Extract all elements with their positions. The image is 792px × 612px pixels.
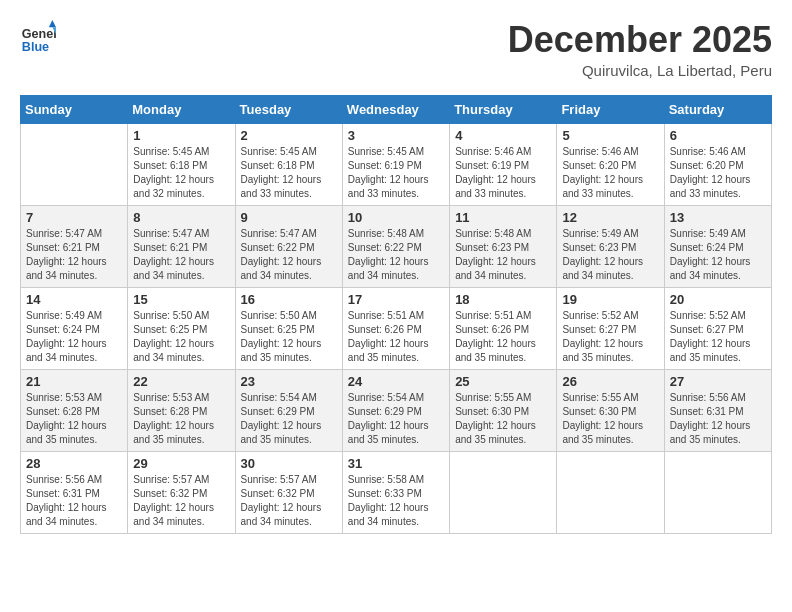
table-row: 3Sunrise: 5:45 AM Sunset: 6:19 PM Daylig…	[342, 123, 449, 205]
day-info: Sunrise: 5:49 AM Sunset: 6:23 PM Dayligh…	[562, 227, 658, 283]
table-row: 18Sunrise: 5:51 AM Sunset: 6:26 PM Dayli…	[450, 287, 557, 369]
table-row: 25Sunrise: 5:55 AM Sunset: 6:30 PM Dayli…	[450, 369, 557, 451]
calendar-week-row: 7Sunrise: 5:47 AM Sunset: 6:21 PM Daylig…	[21, 205, 772, 287]
day-number: 26	[562, 374, 658, 389]
col-thursday: Thursday	[450, 95, 557, 123]
table-row: 14Sunrise: 5:49 AM Sunset: 6:24 PM Dayli…	[21, 287, 128, 369]
day-number: 2	[241, 128, 337, 143]
day-info: Sunrise: 5:55 AM Sunset: 6:30 PM Dayligh…	[562, 391, 658, 447]
day-info: Sunrise: 5:56 AM Sunset: 6:31 PM Dayligh…	[26, 473, 122, 529]
day-info: Sunrise: 5:57 AM Sunset: 6:32 PM Dayligh…	[133, 473, 229, 529]
table-row: 16Sunrise: 5:50 AM Sunset: 6:25 PM Dayli…	[235, 287, 342, 369]
day-info: Sunrise: 5:57 AM Sunset: 6:32 PM Dayligh…	[241, 473, 337, 529]
calendar-table: Sunday Monday Tuesday Wednesday Thursday…	[20, 95, 772, 534]
table-row: 24Sunrise: 5:54 AM Sunset: 6:29 PM Dayli…	[342, 369, 449, 451]
day-number: 6	[670, 128, 766, 143]
day-info: Sunrise: 5:56 AM Sunset: 6:31 PM Dayligh…	[670, 391, 766, 447]
calendar-title: December 2025	[508, 20, 772, 60]
day-number: 21	[26, 374, 122, 389]
day-info: Sunrise: 5:46 AM Sunset: 6:19 PM Dayligh…	[455, 145, 551, 201]
table-row: 29Sunrise: 5:57 AM Sunset: 6:32 PM Dayli…	[128, 451, 235, 533]
col-saturday: Saturday	[664, 95, 771, 123]
day-number: 23	[241, 374, 337, 389]
day-number: 13	[670, 210, 766, 225]
day-info: Sunrise: 5:54 AM Sunset: 6:29 PM Dayligh…	[348, 391, 444, 447]
day-info: Sunrise: 5:52 AM Sunset: 6:27 PM Dayligh…	[562, 309, 658, 365]
title-section: December 2025 Quiruvilca, La Libertad, P…	[508, 20, 772, 79]
table-row: 17Sunrise: 5:51 AM Sunset: 6:26 PM Dayli…	[342, 287, 449, 369]
day-number: 16	[241, 292, 337, 307]
svg-marker-2	[49, 20, 56, 27]
day-number: 28	[26, 456, 122, 471]
day-number: 7	[26, 210, 122, 225]
day-info: Sunrise: 5:54 AM Sunset: 6:29 PM Dayligh…	[241, 391, 337, 447]
day-info: Sunrise: 5:48 AM Sunset: 6:22 PM Dayligh…	[348, 227, 444, 283]
day-number: 18	[455, 292, 551, 307]
day-number: 31	[348, 456, 444, 471]
calendar-week-row: 1Sunrise: 5:45 AM Sunset: 6:18 PM Daylig…	[21, 123, 772, 205]
calendar-subtitle: Quiruvilca, La Libertad, Peru	[508, 62, 772, 79]
col-tuesday: Tuesday	[235, 95, 342, 123]
col-sunday: Sunday	[21, 95, 128, 123]
table-row: 23Sunrise: 5:54 AM Sunset: 6:29 PM Dayli…	[235, 369, 342, 451]
day-info: Sunrise: 5:45 AM Sunset: 6:19 PM Dayligh…	[348, 145, 444, 201]
day-info: Sunrise: 5:52 AM Sunset: 6:27 PM Dayligh…	[670, 309, 766, 365]
day-info: Sunrise: 5:49 AM Sunset: 6:24 PM Dayligh…	[670, 227, 766, 283]
day-info: Sunrise: 5:45 AM Sunset: 6:18 PM Dayligh…	[241, 145, 337, 201]
table-row: 27Sunrise: 5:56 AM Sunset: 6:31 PM Dayli…	[664, 369, 771, 451]
table-row: 4Sunrise: 5:46 AM Sunset: 6:19 PM Daylig…	[450, 123, 557, 205]
logo: General Blue	[20, 20, 56, 56]
day-info: Sunrise: 5:51 AM Sunset: 6:26 PM Dayligh…	[455, 309, 551, 365]
day-info: Sunrise: 5:47 AM Sunset: 6:21 PM Dayligh…	[133, 227, 229, 283]
col-wednesday: Wednesday	[342, 95, 449, 123]
day-info: Sunrise: 5:45 AM Sunset: 6:18 PM Dayligh…	[133, 145, 229, 201]
day-number: 10	[348, 210, 444, 225]
day-number: 3	[348, 128, 444, 143]
day-info: Sunrise: 5:51 AM Sunset: 6:26 PM Dayligh…	[348, 309, 444, 365]
table-row: 13Sunrise: 5:49 AM Sunset: 6:24 PM Dayli…	[664, 205, 771, 287]
day-info: Sunrise: 5:58 AM Sunset: 6:33 PM Dayligh…	[348, 473, 444, 529]
calendar-week-row: 28Sunrise: 5:56 AM Sunset: 6:31 PM Dayli…	[21, 451, 772, 533]
table-row	[557, 451, 664, 533]
day-number: 15	[133, 292, 229, 307]
page-header: General Blue December 2025 Quiruvilca, L…	[20, 20, 772, 79]
table-row: 11Sunrise: 5:48 AM Sunset: 6:23 PM Dayli…	[450, 205, 557, 287]
table-row: 21Sunrise: 5:53 AM Sunset: 6:28 PM Dayli…	[21, 369, 128, 451]
day-number: 25	[455, 374, 551, 389]
day-info: Sunrise: 5:53 AM Sunset: 6:28 PM Dayligh…	[133, 391, 229, 447]
day-info: Sunrise: 5:46 AM Sunset: 6:20 PM Dayligh…	[562, 145, 658, 201]
col-monday: Monday	[128, 95, 235, 123]
day-info: Sunrise: 5:49 AM Sunset: 6:24 PM Dayligh…	[26, 309, 122, 365]
table-row	[450, 451, 557, 533]
table-row: 22Sunrise: 5:53 AM Sunset: 6:28 PM Dayli…	[128, 369, 235, 451]
table-row: 31Sunrise: 5:58 AM Sunset: 6:33 PM Dayli…	[342, 451, 449, 533]
table-row: 8Sunrise: 5:47 AM Sunset: 6:21 PM Daylig…	[128, 205, 235, 287]
day-info: Sunrise: 5:55 AM Sunset: 6:30 PM Dayligh…	[455, 391, 551, 447]
table-row: 6Sunrise: 5:46 AM Sunset: 6:20 PM Daylig…	[664, 123, 771, 205]
day-info: Sunrise: 5:50 AM Sunset: 6:25 PM Dayligh…	[133, 309, 229, 365]
day-number: 1	[133, 128, 229, 143]
day-number: 24	[348, 374, 444, 389]
table-row: 10Sunrise: 5:48 AM Sunset: 6:22 PM Dayli…	[342, 205, 449, 287]
day-number: 20	[670, 292, 766, 307]
day-info: Sunrise: 5:47 AM Sunset: 6:21 PM Dayligh…	[26, 227, 122, 283]
day-info: Sunrise: 5:47 AM Sunset: 6:22 PM Dayligh…	[241, 227, 337, 283]
table-row	[664, 451, 771, 533]
table-row: 5Sunrise: 5:46 AM Sunset: 6:20 PM Daylig…	[557, 123, 664, 205]
day-number: 30	[241, 456, 337, 471]
day-number: 11	[455, 210, 551, 225]
day-number: 5	[562, 128, 658, 143]
table-row: 30Sunrise: 5:57 AM Sunset: 6:32 PM Dayli…	[235, 451, 342, 533]
logo-icon: General Blue	[20, 20, 56, 56]
day-number: 27	[670, 374, 766, 389]
table-row: 15Sunrise: 5:50 AM Sunset: 6:25 PM Dayli…	[128, 287, 235, 369]
calendar-week-row: 21Sunrise: 5:53 AM Sunset: 6:28 PM Dayli…	[21, 369, 772, 451]
table-row: 12Sunrise: 5:49 AM Sunset: 6:23 PM Dayli…	[557, 205, 664, 287]
day-number: 9	[241, 210, 337, 225]
table-row: 1Sunrise: 5:45 AM Sunset: 6:18 PM Daylig…	[128, 123, 235, 205]
day-info: Sunrise: 5:48 AM Sunset: 6:23 PM Dayligh…	[455, 227, 551, 283]
svg-text:Blue: Blue	[22, 40, 49, 54]
day-number: 17	[348, 292, 444, 307]
day-number: 22	[133, 374, 229, 389]
table-row: 7Sunrise: 5:47 AM Sunset: 6:21 PM Daylig…	[21, 205, 128, 287]
